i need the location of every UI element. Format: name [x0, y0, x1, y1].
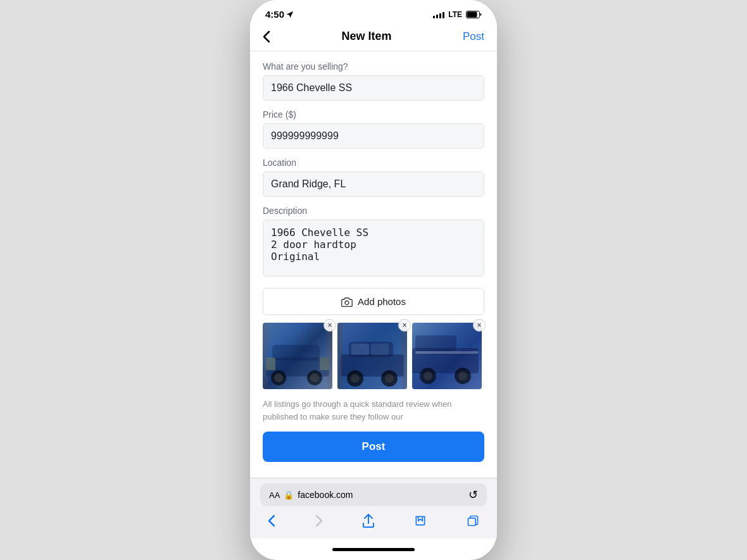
- selling-input[interactable]: [263, 75, 484, 101]
- url-bar[interactable]: AA 🔒 facebook.com ↺: [260, 483, 487, 506]
- camera-icon: [341, 297, 353, 307]
- photo-3: ×: [412, 323, 482, 389]
- svg-rect-21: [402, 323, 407, 389]
- safari-nav-row: [260, 511, 487, 536]
- browser-forward-button[interactable]: [310, 512, 328, 533]
- svg-rect-2: [467, 11, 477, 17]
- back-button[interactable]: [263, 30, 270, 43]
- svg-marker-0: [287, 11, 292, 16]
- car-overlay-3: [412, 323, 482, 389]
- browser-back-icon: [268, 514, 275, 527]
- svg-point-3: [345, 301, 349, 304]
- svg-point-9: [310, 373, 319, 382]
- aa-button[interactable]: AA: [269, 490, 280, 500]
- home-bar: [332, 548, 415, 551]
- share-icon: [363, 514, 374, 528]
- phone-frame: 4:50 LTE: [250, 0, 497, 560]
- car-overlay-2: [337, 323, 407, 389]
- signal-bar-3: [439, 13, 441, 18]
- signal-bar-2: [436, 15, 438, 18]
- home-indicator: [250, 538, 497, 560]
- car-image-2: [337, 323, 407, 389]
- main-content: What are you selling? Price ($) Location…: [250, 51, 497, 478]
- location-icon: [287, 11, 293, 18]
- photo-2-close[interactable]: ×: [398, 319, 411, 332]
- post-button[interactable]: Post: [263, 432, 484, 462]
- photos-row: ×: [263, 323, 484, 389]
- signal-bars: [433, 11, 444, 18]
- photo-2: ×: [337, 323, 407, 389]
- status-time: 4:50: [265, 9, 293, 20]
- signal-bar-1: [433, 16, 435, 18]
- review-text: All listings go through a quick standard…: [263, 398, 484, 423]
- car-image-1: [263, 323, 332, 389]
- svg-rect-31: [468, 518, 476, 526]
- svg-point-27: [424, 371, 432, 380]
- price-input[interactable]: [263, 123, 484, 149]
- reload-button[interactable]: ↺: [468, 488, 478, 502]
- safari-bar: AA 🔒 facebook.com ↺: [250, 478, 497, 538]
- svg-rect-25: [415, 335, 456, 351]
- add-photos-label: Add photos: [358, 296, 406, 307]
- svg-point-19: [385, 374, 394, 383]
- time-display: 4:50: [265, 9, 284, 20]
- svg-rect-5: [272, 345, 320, 361]
- url-bar-left: AA 🔒 facebook.com: [269, 490, 353, 500]
- lock-icon: 🔒: [284, 490, 294, 500]
- car-image-3: [412, 323, 482, 389]
- location-input[interactable]: [263, 171, 484, 197]
- nav-bar: New Item Post: [250, 23, 497, 51]
- browser-back-button[interactable]: [263, 512, 280, 533]
- lte-indicator: LTE: [448, 10, 462, 19]
- page-title: New Item: [341, 30, 391, 43]
- battery-icon: [466, 11, 482, 18]
- svg-rect-20: [337, 323, 342, 389]
- share-button[interactable]: [358, 511, 379, 533]
- status-icons: LTE: [433, 10, 482, 19]
- svg-rect-13: [327, 323, 332, 389]
- browser-forward-icon: [315, 514, 323, 527]
- photo-3-close[interactable]: ×: [473, 319, 486, 332]
- price-label: Price ($): [263, 109, 484, 120]
- description-input[interactable]: 1966 Chevelle SS 2 door hardtop Original: [263, 220, 484, 277]
- car-overlay-1: [263, 323, 332, 389]
- svg-point-7: [274, 373, 283, 382]
- svg-rect-22: [351, 344, 369, 355]
- bookmarks-icon: [414, 514, 427, 527]
- post-nav-button[interactable]: Post: [463, 30, 484, 43]
- add-photos-button[interactable]: Add photos: [263, 288, 484, 315]
- svg-rect-30: [415, 351, 479, 354]
- location-label: Location: [263, 158, 484, 168]
- tabs-button[interactable]: [461, 512, 484, 533]
- back-arrow-icon: [263, 30, 270, 43]
- photo-1: ×: [263, 323, 332, 389]
- svg-point-29: [458, 371, 467, 380]
- photo-1-close[interactable]: ×: [323, 319, 336, 332]
- description-label: Description: [263, 206, 484, 216]
- svg-rect-12: [263, 323, 268, 389]
- url-text: facebook.com: [298, 490, 353, 500]
- signal-bar-4: [443, 12, 444, 18]
- tabs-icon: [467, 514, 479, 527]
- bookmarks-button[interactable]: [409, 512, 432, 533]
- svg-point-17: [351, 374, 360, 383]
- status-bar: 4:50 LTE: [250, 0, 497, 23]
- svg-rect-23: [371, 344, 389, 355]
- selling-label: What are you selling?: [263, 61, 484, 72]
